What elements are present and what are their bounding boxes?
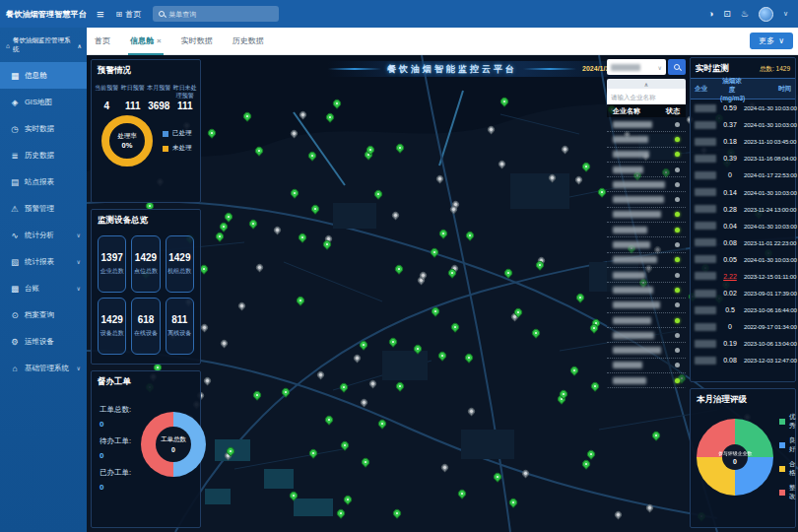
- green-map-pin-icon[interactable]: [412, 343, 423, 354]
- monitor-row[interactable]: 0.19 2023-10-06 13:04:00: [691, 335, 795, 352]
- company-name-input[interactable]: [611, 94, 682, 100]
- green-map-pin-icon[interactable]: [335, 508, 346, 519]
- green-map-pin-icon[interactable]: [589, 381, 600, 392]
- company-list-item[interactable]: [607, 253, 686, 268]
- green-map-pin-icon[interactable]: [456, 488, 467, 499]
- green-map-pin-icon[interactable]: [247, 219, 258, 230]
- monitor-row[interactable]: 0.5 2023-10-06 16:44:00: [691, 301, 795, 318]
- company-list-item[interactable]: [607, 208, 686, 223]
- sidebar-item-stat-analysis[interactable]: ∿ 统计分析 ∨: [0, 222, 87, 248]
- gray-map-pin-icon[interactable]: [202, 376, 212, 386]
- monitor-row[interactable]: 0 2024-01-17 22:53:00: [691, 166, 795, 183]
- sidebar-item-ledger[interactable]: ▩ 台账 ∨: [0, 275, 87, 301]
- monitor-row[interactable]: 0.59 2024-01-30 10:03:00: [691, 100, 795, 116]
- green-map-pin-icon[interactable]: [450, 321, 461, 332]
- hamburger-menu-icon[interactable]: ≡: [97, 7, 104, 22]
- theme-icon[interactable]: ◑: [708, 9, 713, 19]
- sidebar-item-realtime-data[interactable]: ◷ 实时数据: [0, 115, 87, 142]
- gray-map-pin-icon[interactable]: [644, 502, 654, 512]
- green-map-pin-icon[interactable]: [568, 365, 579, 375]
- sidebar-item-archive-query[interactable]: ⊙ 档案查询: [0, 301, 87, 328]
- green-map-pin-icon[interactable]: [323, 415, 334, 426]
- user-avatar[interactable]: [759, 7, 773, 22]
- green-map-pin-icon[interactable]: [502, 267, 513, 278]
- gray-map-pin-icon[interactable]: [498, 160, 507, 169]
- green-map-pin-icon[interactable]: [394, 381, 405, 392]
- gray-map-pin-icon[interactable]: [521, 469, 531, 479]
- green-map-pin-icon[interactable]: [429, 247, 439, 258]
- green-map-pin-icon[interactable]: [391, 507, 402, 518]
- green-map-pin-icon[interactable]: [342, 494, 353, 504]
- menu-search-input[interactable]: [168, 11, 267, 18]
- sidebar-system-title[interactable]: ⌂ 餐饮油烟监控管理系统 ∧: [0, 28, 87, 62]
- gray-map-pin-icon[interactable]: [547, 173, 557, 183]
- green-map-pin-icon[interactable]: [430, 305, 440, 316]
- gray-map-pin-icon[interactable]: [573, 175, 583, 185]
- company-list-item[interactable]: [607, 373, 686, 388]
- gray-map-pin-icon[interactable]: [272, 226, 282, 235]
- green-map-pin-icon[interactable]: [289, 490, 299, 500]
- collapse-button[interactable]: ∧: [607, 79, 686, 89]
- green-map-pin-icon[interactable]: [307, 150, 318, 161]
- gray-map-pin-icon[interactable]: [390, 210, 400, 220]
- monitor-row[interactable]: 0.02 2023-09-01 17:39:00: [691, 285, 795, 301]
- sidebar-item-ops-device[interactable]: ⚙ 运维设备: [0, 328, 87, 355]
- green-map-pin-icon[interactable]: [251, 389, 262, 400]
- green-map-pin-icon[interactable]: [324, 112, 335, 123]
- green-map-pin-icon[interactable]: [437, 228, 448, 238]
- gray-map-pin-icon[interactable]: [298, 110, 307, 120]
- company-list-item[interactable]: [607, 223, 686, 237]
- sidebar-item-info-cabin[interactable]: ▦ 信息舱: [0, 62, 87, 89]
- green-map-pin-icon[interactable]: [596, 186, 607, 197]
- gray-map-pin-icon[interactable]: [359, 398, 368, 408]
- sidebar-item-base-system[interactable]: ⌂ 基础管理系统 ∨: [0, 355, 87, 381]
- green-map-pin-icon[interactable]: [206, 127, 217, 138]
- gray-map-pin-icon[interactable]: [352, 354, 362, 364]
- tab-history-data[interactable]: 历史数据: [233, 28, 264, 55]
- green-map-pin-icon[interactable]: [339, 381, 350, 392]
- green-map-pin-icon[interactable]: [387, 336, 398, 347]
- tab-realtime-data[interactable]: 实时数据: [181, 28, 213, 55]
- tab-info-cabin[interactable]: 信息舱 ×: [130, 28, 162, 55]
- breadcrumb-home[interactable]: ⊞ 首页: [116, 9, 142, 20]
- gray-map-pin-icon[interactable]: [367, 379, 377, 389]
- gray-map-pin-icon[interactable]: [435, 174, 445, 184]
- monitor-row[interactable]: 0.28 2023-11-24 13:00:00: [691, 201, 795, 218]
- sidebar-item-stat-report[interactable]: ▧ 统计报表 ∨: [0, 248, 87, 275]
- green-map-pin-icon[interactable]: [223, 212, 233, 223]
- green-map-pin-icon[interactable]: [218, 221, 229, 232]
- company-list-item[interactable]: [607, 299, 686, 313]
- gray-map-pin-icon[interactable]: [613, 510, 623, 520]
- green-map-pin-icon[interactable]: [331, 98, 342, 108]
- sidebar-item-gis-map[interactable]: ◈ GIS地图: [0, 89, 87, 115]
- gray-map-pin-icon[interactable]: [237, 300, 247, 310]
- green-map-pin-icon[interactable]: [281, 387, 292, 398]
- green-map-pin-icon[interactable]: [574, 292, 585, 302]
- menu-search-box[interactable]: [153, 6, 279, 22]
- gray-map-pin-icon[interactable]: [486, 124, 496, 134]
- company-list-item[interactable]: [607, 177, 686, 192]
- green-map-pin-icon[interactable]: [307, 447, 318, 458]
- green-map-pin-icon[interactable]: [464, 230, 475, 240]
- chevron-down-icon[interactable]: ∨: [783, 10, 788, 18]
- sidebar-item-history-data[interactable]: ≣ 历史数据: [0, 142, 87, 168]
- green-map-pin-icon[interactable]: [377, 419, 388, 430]
- sidebar-item-station-report[interactable]: ▤ 站点报表: [0, 168, 87, 195]
- close-icon[interactable]: ×: [157, 36, 162, 45]
- company-list-item[interactable]: [607, 117, 686, 132]
- company-list-item[interactable]: [607, 148, 686, 163]
- green-map-pin-icon[interactable]: [253, 146, 264, 157]
- company-list-item[interactable]: [607, 313, 686, 328]
- monitor-row[interactable]: 0.37 2024-01-30 10:03:00: [691, 116, 795, 133]
- gray-map-pin-icon[interactable]: [560, 145, 569, 155]
- green-map-pin-icon[interactable]: [393, 264, 404, 275]
- company-list-item[interactable]: [607, 163, 686, 177]
- gray-map-pin-icon[interactable]: [289, 129, 299, 139]
- company-list-item[interactable]: [607, 132, 686, 147]
- green-map-pin-icon[interactable]: [464, 352, 475, 363]
- green-map-pin-icon[interactable]: [290, 187, 300, 198]
- green-map-pin-icon[interactable]: [507, 497, 518, 507]
- monitor-row[interactable]: 0 2022-09-17 01:34:00: [691, 318, 795, 335]
- company-list-item[interactable]: [607, 268, 686, 283]
- company-search-button[interactable]: [668, 59, 686, 75]
